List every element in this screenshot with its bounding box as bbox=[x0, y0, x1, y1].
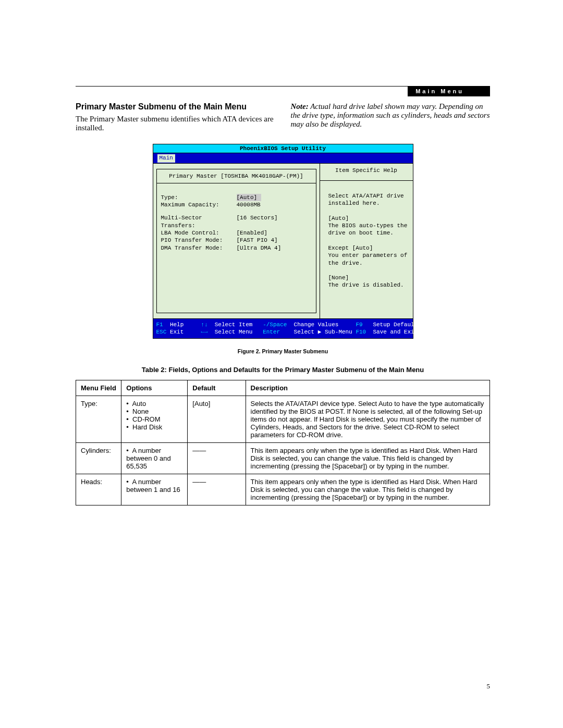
intro-right-col: Note: Actual hard drive label shown may … bbox=[291, 102, 491, 132]
bios-footer-text: Select ▶ Sub-Menu bbox=[294, 328, 356, 336]
bios-field-label: PIO Transfer Mode: bbox=[161, 237, 237, 244]
bios-footer-key: ESC bbox=[156, 328, 170, 336]
th-description: Description bbox=[246, 380, 489, 396]
bios-footer-row2: ESC Exit ←→ Select Menu Enter Select ▶ S… bbox=[156, 328, 410, 336]
bios-help-line: You enter parameters of bbox=[328, 252, 408, 259]
note-label: Note: bbox=[291, 102, 309, 110]
bios-footer-text: Save and Exit bbox=[373, 328, 421, 336]
th-options: Options bbox=[121, 380, 188, 396]
page-number: 5 bbox=[487, 682, 491, 690]
bios-field-label: DMA Transfer Mode: bbox=[161, 244, 237, 252]
cell-options: A number between 0 and 65,535 bbox=[121, 443, 188, 474]
option-item: A number between 0 and 65,535 bbox=[126, 447, 182, 470]
cell-menu-field: Type: bbox=[76, 396, 121, 443]
header-badge: Main Menu bbox=[408, 86, 490, 96]
bios-screen: PhoenixBIOS Setup Utility Main Primary M… bbox=[153, 144, 413, 339]
bios-field-label: LBA Mode Control: bbox=[161, 229, 237, 237]
option-item: Hard Disk bbox=[126, 423, 182, 431]
th-menu-field: Menu Field bbox=[76, 380, 121, 396]
bios-help-line: The BIOS auto-types the bbox=[328, 222, 408, 229]
page: Main Menu Primary Master Submenu of the … bbox=[0, 0, 563, 728]
cell-menu-field: Heads: bbox=[76, 474, 121, 505]
bios-field-label: Maximum Capacity: bbox=[161, 201, 237, 208]
bios-body: Primary Master [TOSHIBA MK4018GAP-(PM)] … bbox=[153, 164, 413, 319]
note-body: Actual hard drive label shown may vary. … bbox=[291, 102, 490, 128]
bios-help-line: [Auto] bbox=[328, 215, 408, 222]
options-table: Menu Field Options Default Description T… bbox=[76, 380, 490, 505]
bios-field-value: [Enabled] bbox=[237, 229, 267, 237]
option-item: A number between 1 and 16 bbox=[126, 478, 182, 493]
intro-columns: Primary Master Submenu of the Main Menu … bbox=[76, 102, 490, 132]
bios-help-line: Except [Auto] bbox=[328, 244, 408, 252]
options-tbody: Type:AutoNoneCD-ROMHard Disk[Auto]Select… bbox=[76, 396, 490, 505]
bios-footer-text: Exit bbox=[170, 328, 201, 336]
cell-description: Selects the ATA/ATAPI device type. Selec… bbox=[246, 396, 489, 443]
table-row: Heads:A number between 1 and 16——This it… bbox=[76, 474, 490, 505]
bios-right-pane: Item Specific Help Select ATA/ATAPI driv… bbox=[320, 164, 413, 318]
bios-help-line bbox=[328, 267, 408, 274]
bios-footer-key: F9 bbox=[356, 321, 373, 328]
cell-options: AutoNoneCD-ROMHard Disk bbox=[121, 396, 188, 443]
bios-help-line: drive on boot time. bbox=[328, 229, 408, 237]
bios-field-value: [Ultra DMA 4] bbox=[237, 244, 282, 252]
cell-description: This item appears only when the type is … bbox=[246, 474, 489, 505]
cell-menu-field: Cylinders: bbox=[76, 443, 121, 474]
bios-field-value: 40008MB bbox=[237, 201, 261, 208]
bios-help-line bbox=[328, 207, 408, 214]
bios-field-row: Maximum Capacity:40008MB bbox=[161, 201, 312, 208]
bios-help-line: [None] bbox=[328, 274, 408, 281]
bios-field-row: DMA Transfer Mode:[Ultra DMA 4] bbox=[161, 244, 312, 252]
bios-left-pane: Primary Master [TOSHIBA MK4018GAP-(PM)] … bbox=[153, 164, 320, 318]
bios-footer-text: Select Item bbox=[215, 321, 263, 328]
intro-body: The Primary Master submenu identifies wh… bbox=[76, 115, 275, 132]
bios-footer-row1: F1 Help ↑↓ Select Item -/Space Change Va… bbox=[156, 321, 410, 328]
bios-field-row: Type:[Auto] bbox=[161, 194, 312, 201]
bios-field-label: Type: bbox=[161, 194, 237, 201]
header-rule: Main Menu bbox=[76, 86, 490, 87]
th-default: Default bbox=[188, 380, 246, 396]
bios-footer-key: F10 bbox=[356, 328, 373, 336]
intro-left-col: Primary Master Submenu of the Main Menu … bbox=[76, 102, 275, 132]
section-title: Primary Master Submenu of the Main Menu bbox=[76, 102, 275, 112]
bios-tab-main: Main bbox=[157, 154, 175, 162]
bios-footer-key: Enter bbox=[263, 328, 293, 336]
table-row: Type:AutoNoneCD-ROMHard Disk[Auto]Select… bbox=[76, 396, 490, 443]
figure-caption: Figure 2. Primary Master Submenu bbox=[76, 348, 490, 354]
bios-field-value: [FAST PIO 4] bbox=[237, 237, 278, 244]
bios-footer-key: ↑↓ bbox=[201, 321, 214, 328]
bios-help: Select ATA/ATAPI driveinstalled here. [A… bbox=[320, 181, 413, 317]
bios-title: PhoenixBIOS Setup Utility bbox=[153, 144, 413, 153]
option-item: None bbox=[126, 408, 182, 415]
cell-default: [Auto] bbox=[188, 396, 246, 443]
bios-fields: Type:[Auto]Maximum Capacity:40008MBMulti… bbox=[156, 183, 316, 313]
bios-footer-text: Help bbox=[170, 321, 201, 328]
cell-default: —— bbox=[188, 474, 246, 505]
bios-footer-key: ←→ bbox=[201, 328, 214, 336]
bios-field-value: [16 Sectors] bbox=[237, 214, 278, 229]
bios-field-value: [Auto] bbox=[237, 194, 262, 201]
bios-footer-key: -/Space bbox=[263, 321, 293, 328]
bios-help-line: installed here. bbox=[328, 200, 408, 207]
bios-help-line bbox=[328, 237, 408, 244]
bios-menubar: Main bbox=[153, 153, 413, 163]
bios-footer-key: F1 bbox=[156, 321, 170, 328]
cell-default: —— bbox=[188, 443, 246, 474]
bios-help-line: The drive is disabled. bbox=[328, 281, 408, 289]
bios-help-line: the drive. bbox=[328, 260, 408, 267]
table-title: Table 2: Fields, Options and Defaults fo… bbox=[76, 366, 490, 374]
bios-field-row: Multi-Sector Transfers:[16 Sectors] bbox=[161, 214, 312, 229]
bios-right-header: Item Specific Help bbox=[320, 164, 413, 181]
bios-field-label: Multi-Sector Transfers: bbox=[161, 214, 237, 229]
bios-left-header: Primary Master [TOSHIBA MK4018GAP-(PM)] bbox=[156, 169, 316, 183]
cell-options: A number between 1 and 16 bbox=[121, 474, 188, 505]
bios-footer-text: Change Values bbox=[294, 321, 356, 328]
option-item: Auto bbox=[126, 400, 182, 408]
options-thead: Menu Field Options Default Description bbox=[76, 380, 490, 396]
bios-help-line: Select ATA/ATAPI drive bbox=[328, 192, 408, 200]
bios-footer-text: Select Menu bbox=[215, 328, 263, 336]
option-item: CD-ROM bbox=[126, 415, 182, 423]
bios-footer: F1 Help ↑↓ Select Item -/Space Change Va… bbox=[153, 319, 413, 339]
bios-field-row: LBA Mode Control:[Enabled] bbox=[161, 229, 312, 237]
bios-footer-text: Setup Defaults bbox=[373, 321, 421, 328]
bios-field-row: PIO Transfer Mode:[FAST PIO 4] bbox=[161, 237, 312, 244]
